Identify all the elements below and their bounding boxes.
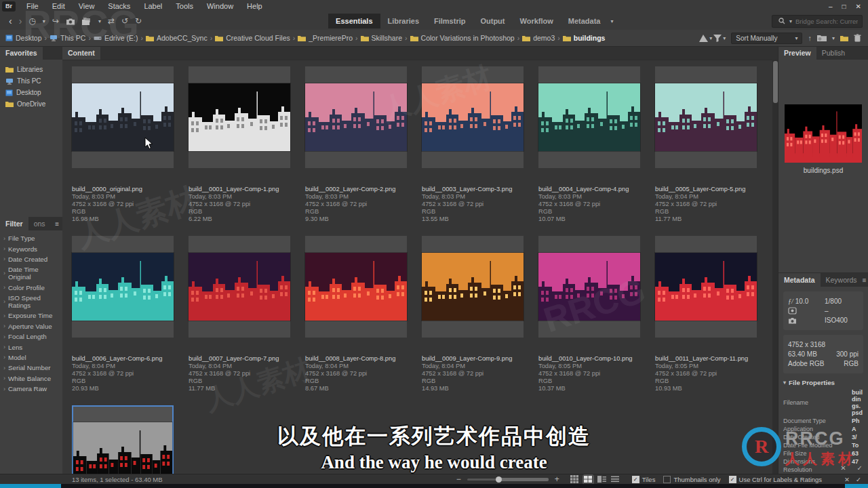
- tab-content[interactable]: Content: [62, 46, 100, 60]
- filter-date-created[interactable]: ›Date Created: [0, 254, 62, 264]
- chevron-down-icon[interactable]: ▾: [709, 35, 712, 41]
- thumbnail-card[interactable]: [189, 66, 290, 168]
- breadcrumb-buildings[interactable]: buildings: [563, 34, 606, 42]
- thumbnail-card[interactable]: [422, 236, 524, 338]
- folder-icon[interactable]: [840, 35, 848, 41]
- apply-icon[interactable]: ✓: [857, 464, 863, 472]
- confirm-icon[interactable]: ✓: [856, 476, 861, 483]
- minimize-icon[interactable]: –: [829, 3, 833, 10]
- list-view-icon[interactable]: [610, 475, 620, 484]
- slider-handle[interactable]: [496, 476, 502, 483]
- menu-file[interactable]: File: [20, 1, 45, 12]
- thumbnail-card[interactable]: [72, 66, 174, 168]
- sidebar-item-libraries[interactable]: Libraries: [0, 64, 62, 75]
- thumbnail-card[interactable]: [305, 66, 407, 168]
- file-tile[interactable]: build__0006_Layer-Comp-6.png Today, 8:04…: [72, 236, 189, 392]
- sort-dropdown[interactable]: Sort Manually ▾: [731, 33, 802, 44]
- filter-lens[interactable]: ›Lens: [0, 342, 62, 352]
- thumbnail-card[interactable]: [655, 66, 757, 168]
- file-tile[interactable]: build__0008_Layer-Comp-8.png Today, 8:04…: [305, 236, 422, 392]
- sidebar-item-desktop[interactable]: Desktop: [0, 87, 62, 98]
- maximize-icon[interactable]: □: [842, 3, 846, 10]
- rotate-right-icon[interactable]: ↻: [135, 16, 142, 26]
- menu-tools[interactable]: Tools: [169, 1, 200, 12]
- thumbnail-card[interactable]: [72, 405, 174, 474]
- tab-publish[interactable]: Publish: [816, 46, 850, 60]
- menu-icon[interactable]: ≡: [863, 277, 867, 284]
- new-folder-icon[interactable]: [817, 35, 827, 41]
- menu-window[interactable]: Window: [200, 1, 240, 12]
- chevron-down-icon[interactable]: ▾: [43, 18, 45, 24]
- search-box[interactable]: ▾: [772, 15, 863, 28]
- breadcrumb-skillshare[interactable]: Skillshare: [361, 34, 403, 42]
- menu-label[interactable]: Label: [137, 1, 169, 12]
- chevron-down-icon[interactable]: ▾: [98, 18, 101, 24]
- sidebar-item-onedrive[interactable]: OneDrive: [0, 98, 62, 110]
- menu-view[interactable]: View: [72, 1, 102, 12]
- workspace-tab-metadata[interactable]: Metadata: [561, 14, 608, 28]
- close-icon[interactable]: ✕: [856, 3, 861, 10]
- filter-date-time-original[interactable]: ›Date Time Original: [0, 264, 62, 282]
- cancel-icon[interactable]: ✕: [844, 476, 850, 483]
- checkbox-thumbnails-only[interactable]: Thumbnails only: [663, 476, 720, 483]
- tiles-view-icon[interactable]: [583, 475, 593, 484]
- workspace-tab-filmstrip[interactable]: Filmstrip: [427, 14, 473, 28]
- thumbnail-card[interactable]: [189, 236, 290, 338]
- file-tile[interactable]: build__0000_original.png Today, 8:03 PM …: [72, 66, 189, 223]
- menu-help[interactable]: Help: [240, 1, 269, 12]
- return-icon[interactable]: ↪: [52, 16, 59, 26]
- menu-edit[interactable]: Edit: [45, 1, 72, 12]
- tab-collections-truncated[interactable]: ons: [28, 217, 51, 230]
- refresh-icon[interactable]: ⇄: [108, 16, 115, 26]
- filter-file-type[interactable]: ›File Type: [0, 233, 62, 243]
- menu-icon[interactable]: ≡: [55, 220, 59, 228]
- thumbnail-card[interactable]: [305, 236, 407, 338]
- tab-favorites[interactable]: Favorites: [0, 46, 43, 60]
- chevron-down-icon[interactable]: ▾: [789, 18, 792, 24]
- filter-focal-length[interactable]: ›Focal Length: [0, 331, 62, 342]
- rating-filter-icon[interactable]: [699, 35, 708, 42]
- tab-preview[interactable]: Preview: [778, 46, 816, 60]
- filter-keywords[interactable]: ›Keywords: [0, 243, 62, 253]
- checkbox-tiles[interactable]: ✓Tiles: [632, 476, 656, 483]
- file-tile[interactable]: build__0003_Layer-Comp-3.png Today, 8:03…: [422, 66, 538, 223]
- camera-icon[interactable]: [66, 18, 75, 25]
- breadcrumb-color-variations-in-photoshop[interactable]: Color Variations in Photoshop: [410, 34, 515, 42]
- chevron-down-icon[interactable]: ▾: [610, 18, 613, 24]
- sidebar-item-this-pc[interactable]: This PC: [0, 75, 62, 87]
- filter-exposure-time[interactable]: ›Exposure Time: [0, 310, 62, 321]
- file-tile[interactable]: build__0009_Layer-Comp-9.png Today, 8:04…: [422, 236, 538, 392]
- filter-icon[interactable]: [713, 35, 722, 42]
- breadcrumb-desktop[interactable]: Desktop: [5, 34, 42, 42]
- file-tile[interactable]: build__0007_Layer-Comp-7.png Today, 8:04…: [189, 236, 305, 392]
- filter-aperture-value[interactable]: ›Aperture Value: [0, 321, 62, 331]
- workspace-tab-essentials[interactable]: Essentials: [328, 14, 380, 28]
- chevron-down-icon[interactable]: ▾: [723, 35, 726, 41]
- workspace-tab-workflow[interactable]: Workflow: [513, 14, 561, 28]
- trash-icon[interactable]: [854, 34, 861, 42]
- back-icon[interactable]: ‹: [9, 16, 12, 26]
- filter-white-balance[interactable]: ›White Balance: [0, 373, 62, 384]
- thumbnail-card[interactable]: [655, 236, 757, 338]
- details-view-icon[interactable]: [597, 475, 607, 484]
- file-tile[interactable]: build__0004_Layer-Comp-4.png Today, 8:03…: [538, 66, 655, 223]
- zoom-out-icon[interactable]: −: [456, 474, 461, 484]
- breadcrumb-adobecc-sync[interactable]: AdobeCC_Sync: [146, 34, 208, 42]
- file-tile[interactable]: build__0001_Layer-Comp-1.png Today, 8:03…: [189, 66, 305, 223]
- thumbnail-card[interactable]: [422, 66, 524, 168]
- filter-model[interactable]: ›Model: [0, 352, 62, 363]
- scrollbar-thumb[interactable]: [773, 61, 778, 103]
- bridge-logo[interactable]: Br: [2, 1, 16, 12]
- grid-view-icon[interactable]: [570, 475, 580, 484]
- breadcrumb-demo3[interactable]: demo3: [522, 34, 555, 42]
- file-tile[interactable]: build__0005_Layer-Comp-5.png Today, 8:04…: [655, 66, 772, 223]
- workspace-tab-libraries[interactable]: Libraries: [380, 14, 427, 28]
- bridge-search-input[interactable]: [794, 17, 859, 26]
- workspace-tab-output[interactable]: Output: [473, 14, 512, 28]
- file-tile[interactable]: [72, 405, 189, 474]
- checkbox-use-ctrl-for-labels-ratings[interactable]: ✓Use Ctrl for Labels & Ratings: [729, 476, 823, 483]
- thumbnail-card[interactable]: [538, 66, 640, 168]
- folders-icon[interactable]: [82, 18, 92, 25]
- file-tile[interactable]: build__0010_Layer-Comp-10.png Today, 8:0…: [538, 236, 655, 392]
- rotate-left-icon[interactable]: ↺: [121, 16, 128, 26]
